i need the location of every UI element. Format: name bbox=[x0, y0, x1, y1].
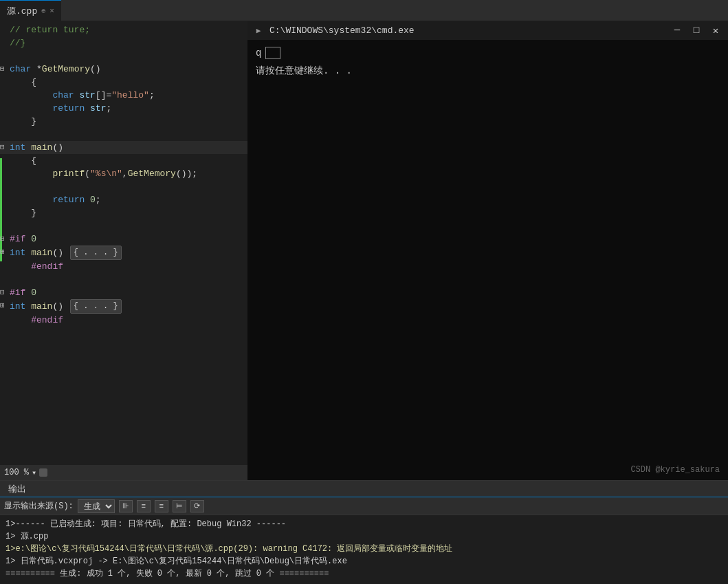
zoom-bar: 100 % ▾ bbox=[0, 465, 247, 480]
cmd-maximize-button[interactable]: □ bbox=[690, 23, 703, 37]
output-btn-1[interactable]: ⊪ bbox=[119, 500, 133, 512]
code-line: char str[]="hello"; bbox=[0, 89, 247, 102]
editor-panel: // return ture; //} ⊟ char *GetMemory() … bbox=[0, 21, 247, 480]
cmd-title-bar: ▶ C:\WINDOWS\system32\cmd.exe ─ □ ✕ bbox=[247, 21, 728, 40]
collapsed-block[interactable]: { . . . } bbox=[70, 246, 122, 260]
output-line-5: ========== 生成: 成功 1 个, 失败 0 个, 最新 0 个, 跳… bbox=[5, 567, 723, 580]
code-line: return 0; bbox=[0, 193, 247, 206]
code-line: //} bbox=[0, 36, 247, 50]
tab-filename: 源.cpp bbox=[7, 5, 37, 17]
main-area: // return ture; //} ⊟ char *GetMemory() … bbox=[0, 21, 728, 480]
watermark: CSDN @kyrie_sakura bbox=[630, 465, 720, 475]
cmd-prompt-line: q bbox=[256, 45, 720, 61]
code-line: { bbox=[0, 76, 247, 89]
code-line: ⊟ #if 0 bbox=[0, 232, 247, 246]
tab-pin[interactable]: ⊕ bbox=[41, 7, 45, 15]
output-btn-2[interactable]: ≡ bbox=[137, 500, 151, 512]
code-line: printf("%s\n",GetMemory()); bbox=[0, 167, 247, 180]
code-line: #endif bbox=[0, 260, 247, 273]
expand-icon[interactable]: ⊞ bbox=[0, 246, 10, 259]
code-line: ⊟ int main() bbox=[0, 141, 247, 154]
output-line-2: 1> 源.cpp bbox=[5, 530, 723, 543]
output-tab[interactable]: 输出 bbox=[0, 481, 728, 497]
cmd-message: 请按任意键继续. . . bbox=[256, 63, 720, 78]
collapsed-block[interactable]: { . . . } bbox=[70, 299, 122, 314]
tab-bar: 源.cpp ⊕ × bbox=[0, 0, 728, 21]
output-source-select[interactable]: 生成 bbox=[78, 499, 115, 513]
file-tab[interactable]: 源.cpp ⊕ × bbox=[0, 0, 61, 21]
output-content: 1>------ 已启动生成: 项目: 日常代码, 配置: Debug Win3… bbox=[0, 515, 728, 584]
cmd-minimize-button[interactable]: ─ bbox=[670, 23, 684, 37]
code-line: { bbox=[0, 154, 247, 167]
code-line bbox=[0, 273, 247, 286]
output-btn-5[interactable]: ⟳ bbox=[190, 500, 204, 512]
expand-icon[interactable]: ⊟ bbox=[0, 232, 10, 246]
code-line bbox=[0, 219, 247, 232]
zoom-level: 100 % bbox=[4, 468, 29, 477]
code-content[interactable]: // return ture; //} ⊟ char *GetMemory() … bbox=[0, 21, 247, 465]
code-line bbox=[0, 128, 247, 141]
code-line bbox=[0, 180, 247, 193]
output-btn-3[interactable]: ≡ bbox=[155, 500, 168, 512]
cmd-title-text: C:\WINDOWS\system32\cmd.exe bbox=[269, 25, 665, 36]
output-line-1: 1>------ 已启动生成: 项目: 日常代码, 配置: Debug Win3… bbox=[5, 518, 723, 530]
expand-icon[interactable]: ⊟ bbox=[0, 286, 10, 299]
output-btn-4[interactable]: ⊨ bbox=[173, 500, 186, 512]
code-line: ⊟ #if 0 bbox=[0, 286, 247, 299]
code-line: #endif bbox=[0, 314, 247, 327]
cmd-app-icon: ▶ bbox=[253, 25, 264, 36]
code-line: return str; bbox=[0, 102, 247, 115]
code-line bbox=[0, 50, 247, 63]
tab-close-icon[interactable]: × bbox=[49, 7, 54, 15]
output-source-label: 显示输出来源(S): bbox=[4, 500, 74, 512]
code-line: } bbox=[0, 206, 247, 219]
cmd-q-char: q bbox=[256, 45, 261, 61]
code-line: ⊞ int main() { . . . } bbox=[0, 299, 247, 314]
code-line: ⊞ int main() { . . . } bbox=[0, 246, 247, 260]
cmd-window: ▶ C:\WINDOWS\system32\cmd.exe ─ □ ✕ q 请按… bbox=[247, 21, 728, 480]
output-section: 输出 显示输出来源(S): 生成 ⊪ ≡ ≡ ⊨ ⟳ 1>------ 已启动生… bbox=[0, 480, 728, 584]
output-line-3: 1>e:\图论\c\复习代码154244\日常代码\日常代码\源.cpp(29)… bbox=[5, 543, 723, 555]
cmd-cursor-box bbox=[265, 47, 280, 59]
cmd-body: q 请按任意键继续. . . bbox=[247, 40, 728, 480]
output-tab-label: 输出 bbox=[8, 483, 26, 495]
cmd-close-button[interactable]: ✕ bbox=[709, 23, 723, 37]
code-line: // return ture; bbox=[0, 23, 247, 36]
code-line: } bbox=[0, 115, 247, 128]
horizontal-scrollbar[interactable] bbox=[39, 468, 47, 477]
code-line: ⊟ char *GetMemory() bbox=[0, 63, 247, 76]
expand-icon[interactable]: ⊟ bbox=[0, 141, 10, 154]
output-line-4: 1> 日常代码.vcxproj -> E:\图论\c\复习代码154244\日常… bbox=[5, 555, 723, 567]
zoom-dropdown-icon[interactable]: ▾ bbox=[32, 468, 36, 478]
expand-icon[interactable]: ⊞ bbox=[0, 299, 10, 312]
output-toolbar: 显示输出来源(S): 生成 ⊪ ≡ ≡ ⊨ ⟳ bbox=[0, 497, 728, 515]
expand-icon[interactable]: ⊟ bbox=[0, 63, 10, 76]
